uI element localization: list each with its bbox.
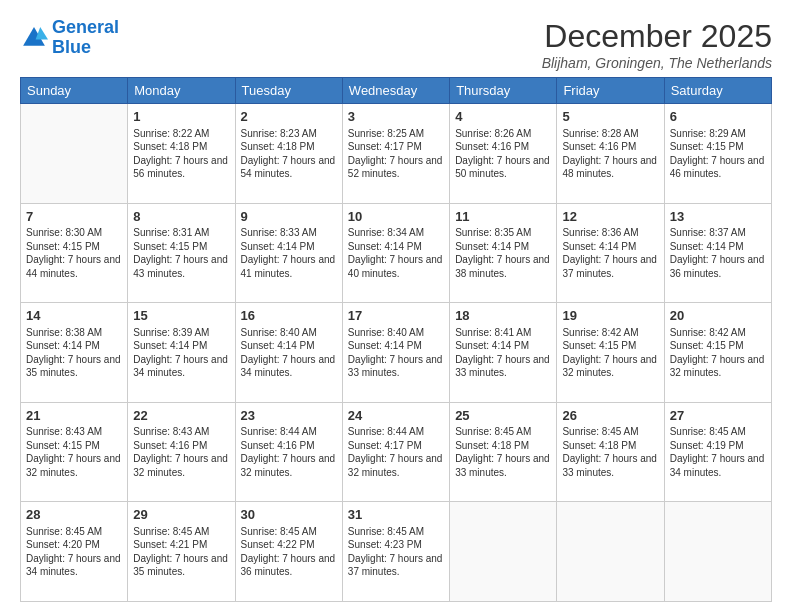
sun-info: Sunrise: 8:23 AMSunset: 4:18 PMDaylight:… bbox=[241, 127, 337, 181]
week-row-2: 14Sunrise: 8:38 AMSunset: 4:14 PMDayligh… bbox=[21, 303, 772, 403]
day-cell: 21Sunrise: 8:43 AMSunset: 4:15 PMDayligh… bbox=[21, 402, 128, 502]
header-day-wednesday: Wednesday bbox=[342, 78, 449, 104]
day-cell: 22Sunrise: 8:43 AMSunset: 4:16 PMDayligh… bbox=[128, 402, 235, 502]
sun-info: Sunrise: 8:45 AMSunset: 4:22 PMDaylight:… bbox=[241, 525, 337, 579]
logo-line2: Blue bbox=[52, 37, 91, 57]
sun-info: Sunrise: 8:37 AMSunset: 4:14 PMDaylight:… bbox=[670, 226, 766, 280]
day-cell: 9Sunrise: 8:33 AMSunset: 4:14 PMDaylight… bbox=[235, 203, 342, 303]
sun-info: Sunrise: 8:45 AMSunset: 4:18 PMDaylight:… bbox=[562, 425, 658, 479]
day-cell: 11Sunrise: 8:35 AMSunset: 4:14 PMDayligh… bbox=[450, 203, 557, 303]
day-number: 17 bbox=[348, 307, 444, 325]
header-day-sunday: Sunday bbox=[21, 78, 128, 104]
page: General Blue December 2025 Blijham, Gron… bbox=[0, 0, 792, 612]
day-cell: 16Sunrise: 8:40 AMSunset: 4:14 PMDayligh… bbox=[235, 303, 342, 403]
sun-info: Sunrise: 8:44 AMSunset: 4:17 PMDaylight:… bbox=[348, 425, 444, 479]
day-cell: 13Sunrise: 8:37 AMSunset: 4:14 PMDayligh… bbox=[664, 203, 771, 303]
sun-info: Sunrise: 8:39 AMSunset: 4:14 PMDaylight:… bbox=[133, 326, 229, 380]
sun-info: Sunrise: 8:45 AMSunset: 4:21 PMDaylight:… bbox=[133, 525, 229, 579]
sun-info: Sunrise: 8:29 AMSunset: 4:15 PMDaylight:… bbox=[670, 127, 766, 181]
day-number: 15 bbox=[133, 307, 229, 325]
sun-info: Sunrise: 8:45 AMSunset: 4:20 PMDaylight:… bbox=[26, 525, 122, 579]
day-cell: 3Sunrise: 8:25 AMSunset: 4:17 PMDaylight… bbox=[342, 104, 449, 204]
day-number: 11 bbox=[455, 208, 551, 226]
day-cell: 29Sunrise: 8:45 AMSunset: 4:21 PMDayligh… bbox=[128, 502, 235, 602]
header: General Blue December 2025 Blijham, Gron… bbox=[20, 18, 772, 71]
day-number: 23 bbox=[241, 407, 337, 425]
day-cell: 20Sunrise: 8:42 AMSunset: 4:15 PMDayligh… bbox=[664, 303, 771, 403]
day-number: 4 bbox=[455, 108, 551, 126]
sun-info: Sunrise: 8:45 AMSunset: 4:23 PMDaylight:… bbox=[348, 525, 444, 579]
day-cell bbox=[557, 502, 664, 602]
day-number: 31 bbox=[348, 506, 444, 524]
day-number: 7 bbox=[26, 208, 122, 226]
day-cell: 27Sunrise: 8:45 AMSunset: 4:19 PMDayligh… bbox=[664, 402, 771, 502]
header-day-saturday: Saturday bbox=[664, 78, 771, 104]
day-number: 12 bbox=[562, 208, 658, 226]
day-number: 21 bbox=[26, 407, 122, 425]
day-number: 6 bbox=[670, 108, 766, 126]
day-number: 19 bbox=[562, 307, 658, 325]
day-number: 8 bbox=[133, 208, 229, 226]
day-cell: 2Sunrise: 8:23 AMSunset: 4:18 PMDaylight… bbox=[235, 104, 342, 204]
day-cell: 28Sunrise: 8:45 AMSunset: 4:20 PMDayligh… bbox=[21, 502, 128, 602]
day-number: 25 bbox=[455, 407, 551, 425]
logo-icon bbox=[20, 24, 48, 52]
day-number: 26 bbox=[562, 407, 658, 425]
week-row-3: 21Sunrise: 8:43 AMSunset: 4:15 PMDayligh… bbox=[21, 402, 772, 502]
day-number: 16 bbox=[241, 307, 337, 325]
sun-info: Sunrise: 8:26 AMSunset: 4:16 PMDaylight:… bbox=[455, 127, 551, 181]
week-row-1: 7Sunrise: 8:30 AMSunset: 4:15 PMDaylight… bbox=[21, 203, 772, 303]
sun-info: Sunrise: 8:30 AMSunset: 4:15 PMDaylight:… bbox=[26, 226, 122, 280]
day-cell bbox=[664, 502, 771, 602]
day-number: 3 bbox=[348, 108, 444, 126]
day-number: 18 bbox=[455, 307, 551, 325]
header-row: SundayMondayTuesdayWednesdayThursdayFrid… bbox=[21, 78, 772, 104]
sun-info: Sunrise: 8:25 AMSunset: 4:17 PMDaylight:… bbox=[348, 127, 444, 181]
day-cell: 1Sunrise: 8:22 AMSunset: 4:18 PMDaylight… bbox=[128, 104, 235, 204]
day-cell: 5Sunrise: 8:28 AMSunset: 4:16 PMDaylight… bbox=[557, 104, 664, 204]
sun-info: Sunrise: 8:33 AMSunset: 4:14 PMDaylight:… bbox=[241, 226, 337, 280]
sun-info: Sunrise: 8:35 AMSunset: 4:14 PMDaylight:… bbox=[455, 226, 551, 280]
sun-info: Sunrise: 8:43 AMSunset: 4:16 PMDaylight:… bbox=[133, 425, 229, 479]
sun-info: Sunrise: 8:34 AMSunset: 4:14 PMDaylight:… bbox=[348, 226, 444, 280]
day-number: 27 bbox=[670, 407, 766, 425]
day-number: 1 bbox=[133, 108, 229, 126]
day-number: 9 bbox=[241, 208, 337, 226]
day-cell: 24Sunrise: 8:44 AMSunset: 4:17 PMDayligh… bbox=[342, 402, 449, 502]
day-number: 28 bbox=[26, 506, 122, 524]
location: Blijham, Groningen, The Netherlands bbox=[542, 55, 772, 71]
month-title: December 2025 bbox=[542, 18, 772, 55]
logo-line1: General bbox=[52, 17, 119, 37]
day-number: 10 bbox=[348, 208, 444, 226]
day-number: 14 bbox=[26, 307, 122, 325]
header-day-friday: Friday bbox=[557, 78, 664, 104]
day-cell: 7Sunrise: 8:30 AMSunset: 4:15 PMDaylight… bbox=[21, 203, 128, 303]
day-cell: 23Sunrise: 8:44 AMSunset: 4:16 PMDayligh… bbox=[235, 402, 342, 502]
week-row-0: 1Sunrise: 8:22 AMSunset: 4:18 PMDaylight… bbox=[21, 104, 772, 204]
day-number: 29 bbox=[133, 506, 229, 524]
day-cell: 6Sunrise: 8:29 AMSunset: 4:15 PMDaylight… bbox=[664, 104, 771, 204]
day-cell: 26Sunrise: 8:45 AMSunset: 4:18 PMDayligh… bbox=[557, 402, 664, 502]
header-day-tuesday: Tuesday bbox=[235, 78, 342, 104]
day-number: 30 bbox=[241, 506, 337, 524]
day-number: 22 bbox=[133, 407, 229, 425]
week-row-4: 28Sunrise: 8:45 AMSunset: 4:20 PMDayligh… bbox=[21, 502, 772, 602]
day-cell: 14Sunrise: 8:38 AMSunset: 4:14 PMDayligh… bbox=[21, 303, 128, 403]
sun-info: Sunrise: 8:45 AMSunset: 4:18 PMDaylight:… bbox=[455, 425, 551, 479]
header-day-monday: Monday bbox=[128, 78, 235, 104]
day-cell bbox=[21, 104, 128, 204]
day-cell: 17Sunrise: 8:40 AMSunset: 4:14 PMDayligh… bbox=[342, 303, 449, 403]
day-cell: 19Sunrise: 8:42 AMSunset: 4:15 PMDayligh… bbox=[557, 303, 664, 403]
logo: General Blue bbox=[20, 18, 119, 58]
day-number: 5 bbox=[562, 108, 658, 126]
sun-info: Sunrise: 8:44 AMSunset: 4:16 PMDaylight:… bbox=[241, 425, 337, 479]
day-cell: 25Sunrise: 8:45 AMSunset: 4:18 PMDayligh… bbox=[450, 402, 557, 502]
sun-info: Sunrise: 8:40 AMSunset: 4:14 PMDaylight:… bbox=[241, 326, 337, 380]
day-cell: 30Sunrise: 8:45 AMSunset: 4:22 PMDayligh… bbox=[235, 502, 342, 602]
sun-info: Sunrise: 8:41 AMSunset: 4:14 PMDaylight:… bbox=[455, 326, 551, 380]
day-cell: 31Sunrise: 8:45 AMSunset: 4:23 PMDayligh… bbox=[342, 502, 449, 602]
day-cell: 4Sunrise: 8:26 AMSunset: 4:16 PMDaylight… bbox=[450, 104, 557, 204]
sun-info: Sunrise: 8:36 AMSunset: 4:14 PMDaylight:… bbox=[562, 226, 658, 280]
day-number: 13 bbox=[670, 208, 766, 226]
day-cell: 18Sunrise: 8:41 AMSunset: 4:14 PMDayligh… bbox=[450, 303, 557, 403]
